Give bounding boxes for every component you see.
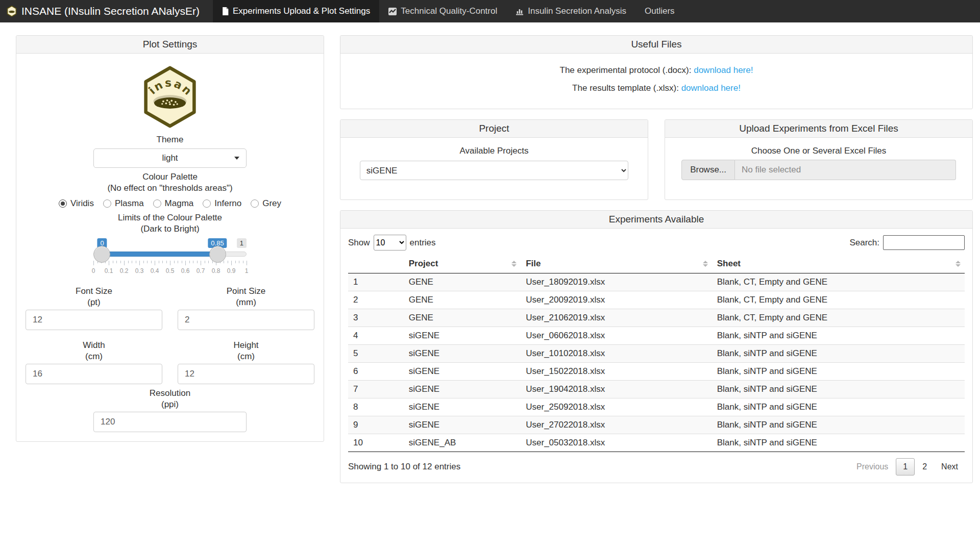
sheet-column-header[interactable]: Sheet bbox=[712, 255, 965, 273]
font-size-input[interactable] bbox=[26, 310, 162, 330]
slider-tick-label: 0.5 bbox=[166, 267, 175, 274]
table-row[interactable]: 4siGENEUser_06062018.xlsxBlank, siNTP an… bbox=[348, 327, 965, 345]
file-cell: User_15022018.xlsx bbox=[521, 363, 712, 381]
project-cell: GENE bbox=[404, 273, 521, 291]
protocol-line: The experimental protocol (.docx): downl… bbox=[350, 65, 963, 76]
row-index-cell: 7 bbox=[348, 381, 404, 398]
width-input[interactable] bbox=[26, 364, 162, 384]
file-cell: User_10102018.xlsx bbox=[521, 345, 712, 363]
slider-tick bbox=[166, 261, 167, 263]
tab-experiments-upload[interactable]: Experiments Upload & Plot Settings bbox=[213, 0, 379, 22]
height-label: Height bbox=[178, 340, 314, 350]
plot-settings-heading: Plot Settings bbox=[16, 36, 324, 54]
resolution-input[interactable] bbox=[93, 412, 247, 432]
limits-label: Limits of the Colour Palette bbox=[26, 213, 314, 223]
page-button-2[interactable]: 2 bbox=[916, 459, 934, 475]
limits-note: (Dark to Bright) bbox=[26, 224, 314, 234]
palette-range-slider: 0 0.85 1 00.10.20.30.40.50.60.70.80.91 bbox=[93, 238, 247, 276]
browse-button[interactable]: Browse... bbox=[681, 160, 735, 180]
slider-max-label: 1 bbox=[237, 238, 247, 248]
radio-label: Inferno bbox=[214, 198, 241, 209]
table-row[interactable]: 2GENEUser_20092019.xlsxBlank, CT, Empty … bbox=[348, 291, 965, 309]
width-unit: (cm) bbox=[26, 352, 162, 362]
file-column-header[interactable]: File bbox=[521, 255, 712, 273]
slider-tick-label: 0.8 bbox=[212, 267, 220, 274]
sheet-cell: Blank, siNTP and siGENE bbox=[712, 398, 965, 416]
index-column-header bbox=[348, 255, 404, 273]
file-cell: User_06062018.xlsx bbox=[521, 327, 712, 345]
template-line: The results template (.xlsx): download h… bbox=[350, 83, 963, 93]
next-page-button[interactable]: Next bbox=[935, 459, 965, 475]
project-cell: siGENE bbox=[404, 416, 521, 434]
point-size-input[interactable] bbox=[178, 310, 314, 330]
page-length-control: Show 10 entries bbox=[348, 235, 436, 251]
slider-tick-label: 0.1 bbox=[105, 267, 113, 274]
file-cell: User_21062019.xlsx bbox=[521, 309, 712, 327]
table-row[interactable]: 8siGENEUser_25092018.xlsxBlank, siNTP an… bbox=[348, 398, 965, 416]
project-cell: siGENE bbox=[404, 327, 521, 345]
slider-to-handle[interactable] bbox=[209, 246, 226, 263]
navbar: INSANE (INsulin Secretion ANalysEr) Expe… bbox=[0, 0, 980, 22]
slider-tick bbox=[151, 261, 152, 263]
available-projects-select[interactable]: siGENE bbox=[360, 161, 628, 180]
pagination: Previous 1 2 Next bbox=[850, 458, 965, 475]
previous-page-button[interactable]: Previous bbox=[850, 459, 895, 475]
caret-down-icon bbox=[234, 157, 239, 162]
slider-grid: 00.10.20.30.40.50.60.70.80.91 bbox=[93, 261, 247, 276]
slider-tick bbox=[228, 261, 228, 263]
slider-tick-label: 0.7 bbox=[197, 267, 205, 274]
palette-radio-magma[interactable]: Magma bbox=[153, 198, 194, 209]
palette-radiogroup: ViridisPlasmaMagmaInfernoGrey bbox=[26, 198, 314, 209]
slider-tick bbox=[113, 261, 113, 263]
project-cell: siGENE bbox=[404, 363, 521, 381]
show-label: Show bbox=[348, 238, 370, 248]
table-row[interactable]: 1GENEUser_18092019.xlsxBlank, CT, Empty … bbox=[348, 273, 965, 291]
sheet-cell: Blank, siNTP and siGENE bbox=[712, 327, 965, 345]
slider-tick bbox=[136, 261, 136, 263]
project-column-header[interactable]: Project bbox=[404, 255, 521, 273]
palette-radio-inferno[interactable]: Inferno bbox=[203, 198, 241, 209]
radio-icon bbox=[59, 199, 67, 208]
palette-radio-viridis[interactable]: Viridis bbox=[59, 198, 94, 209]
palette-radio-plasma[interactable]: Plasma bbox=[103, 198, 144, 209]
search-input[interactable] bbox=[883, 235, 965, 250]
table-row[interactable]: 10siGENE_ABUser_05032018.xlsxBlank, siNT… bbox=[348, 434, 965, 452]
slider-selected-bar[interactable] bbox=[102, 252, 218, 257]
slider-from-handle[interactable] bbox=[93, 246, 110, 263]
radio-icon bbox=[251, 199, 259, 208]
tab-outliers[interactable]: Outliers bbox=[635, 0, 684, 22]
page-button-1[interactable]: 1 bbox=[896, 458, 915, 475]
plot-settings-panel: Plot Settings bbox=[16, 35, 324, 442]
theme-label: Theme bbox=[26, 135, 314, 145]
tab-insulin-analysis[interactable]: Insulin Secretion Analysis bbox=[506, 0, 635, 22]
nav-tabs: Experiments Upload & Plot Settings Techn… bbox=[213, 0, 684, 22]
experiments-heading: Experiments Available bbox=[340, 211, 972, 229]
file-status-field[interactable]: No file selected bbox=[735, 160, 956, 180]
slider-tick-label: 0.9 bbox=[227, 267, 236, 274]
row-index-cell: 4 bbox=[348, 327, 404, 345]
row-index-cell: 5 bbox=[348, 345, 404, 363]
font-size-unit: (pt) bbox=[26, 297, 162, 308]
table-row[interactable]: 9siGENEUser_27022018.xlsxBlank, siNTP an… bbox=[348, 416, 965, 434]
table-row[interactable]: 6siGENEUser_15022018.xlsxBlank, siNTP an… bbox=[348, 363, 965, 381]
palette-radio-grey[interactable]: Grey bbox=[251, 198, 281, 209]
slider-tick bbox=[235, 261, 236, 263]
search-control: Search: bbox=[849, 235, 965, 250]
template-download-link[interactable]: download here! bbox=[681, 83, 741, 93]
tab-technical-qc[interactable]: Technical Quality-Control bbox=[379, 0, 506, 22]
table-row[interactable]: 7siGENEUser_19042018.xlsxBlank, siNTP an… bbox=[348, 381, 965, 398]
height-input[interactable] bbox=[178, 364, 314, 384]
table-row[interactable]: 5siGENEUser_10102018.xlsxBlank, siNTP an… bbox=[348, 345, 965, 363]
slider-tick bbox=[174, 261, 175, 263]
theme-select[interactable]: light bbox=[93, 148, 247, 168]
point-size-unit: (mm) bbox=[178, 297, 314, 308]
slider-tick bbox=[178, 261, 178, 263]
table-header-row: Project File Sheet bbox=[348, 255, 965, 273]
protocol-download-link[interactable]: download here! bbox=[694, 65, 753, 75]
table-row[interactable]: 3GENEUser_21062019.xlsxBlank, CT, Empty … bbox=[348, 309, 965, 327]
slider-tick bbox=[201, 261, 201, 265]
project-cell: GENE bbox=[404, 309, 521, 327]
sheet-cell: Blank, siNTP and siGENE bbox=[712, 416, 965, 434]
page-length-select[interactable]: 10 bbox=[374, 235, 406, 251]
app-title: INSANE (INsulin Secretion ANalysEr) bbox=[21, 5, 200, 17]
